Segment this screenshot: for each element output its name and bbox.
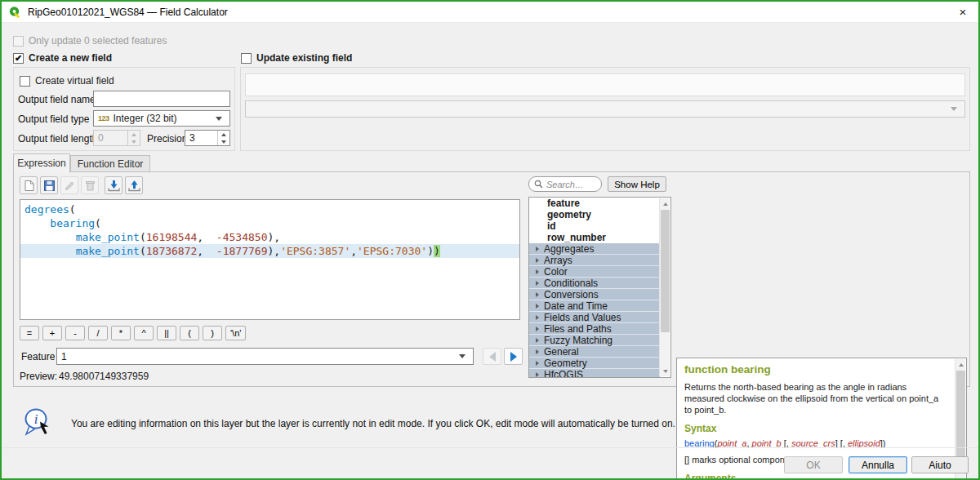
save-expression-button[interactable] [40, 176, 58, 194]
window-title: RipGeo01012021_WGS84 — Field Calculator [28, 7, 228, 18]
function-list-variable-geometry[interactable]: geometry [529, 209, 670, 220]
scroll-up-icon[interactable] [956, 359, 966, 370]
cancel-button[interactable]: Annulla [849, 456, 907, 473]
function-list-group-Conditionals[interactable]: Conditionals [529, 278, 660, 289]
operator-button-row: =+-/*^||()'\n' [20, 326, 246, 340]
stepper-up-icon[interactable] [218, 131, 229, 138]
cancel-label: Annulla [862, 460, 894, 471]
function-list-variable-feature[interactable]: feature [529, 198, 670, 209]
only-update-selected-checkbox: Only update 0 selected features [13, 35, 167, 47]
new-expression-button[interactable] [20, 176, 38, 194]
tab-expression[interactable]: Expression [13, 153, 70, 172]
expression-toolbar [20, 176, 143, 194]
scrollbar-thumb[interactable] [956, 371, 965, 469]
operator-button-=[interactable]: = [20, 326, 39, 340]
function-search[interactable] [528, 176, 602, 192]
group-label: Color [544, 266, 568, 278]
scroll-up-icon[interactable] [660, 198, 670, 209]
operator-button-)[interactable]: ) [203, 326, 222, 340]
function-list-group-Geometry[interactable]: Geometry [529, 358, 660, 369]
stepper-down-icon[interactable] [218, 138, 229, 145]
only-update-label: Only update 0 selected features [29, 35, 167, 47]
expression-editor[interactable]: degrees( bearing( make_point(16198544, -… [20, 199, 520, 320]
pencil-icon [64, 180, 76, 192]
show-help-label: Show Help [614, 180, 660, 189]
feature-next-button[interactable] [504, 348, 523, 365]
function-list-group-Aggregates[interactable]: Aggregates [529, 243, 660, 255]
function-list-group-Conversions[interactable]: Conversions [529, 289, 660, 300]
help-button[interactable]: Aiuto [911, 456, 969, 473]
function-list-variable-row_number[interactable]: row_number [529, 232, 670, 243]
expand-chevron-icon [536, 315, 539, 320]
group-label: Conversions [544, 289, 599, 300]
update-existing-field-checkbox[interactable]: Update existing field [241, 52, 352, 64]
scrollbar-thumb[interactable] [661, 210, 670, 332]
output-field-name-label: Output field name [18, 94, 96, 105]
expand-chevron-icon [536, 269, 539, 274]
operator-button-*[interactable]: * [111, 326, 131, 340]
function-list-variable-id[interactable]: id [529, 220, 670, 232]
feature-select[interactable]: 1 [56, 348, 474, 365]
output-field-type-select[interactable]: 123 Integer (32 bit) [93, 110, 230, 127]
tab-function-editor-label: Function Editor [78, 158, 144, 170]
precision-label: Precision [147, 133, 187, 144]
function-list-group-Fuzzy Matching[interactable]: Fuzzy Matching [529, 335, 660, 346]
expand-chevron-icon [536, 361, 539, 366]
output-field-name-input[interactable] [93, 91, 230, 107]
function-list-group-Files and Paths[interactable]: Files and Paths [529, 323, 660, 335]
operator-button-([interactable]: ( [180, 326, 199, 340]
function-list[interactable]: featuregeometryidrow_numberAggregatesArr… [528, 197, 671, 378]
function-list-group-Date and Time[interactable]: Date and Time [529, 300, 660, 312]
create-virtual-field-checkbox[interactable]: Create virtual field [20, 75, 114, 87]
existing-field-select [245, 100, 965, 118]
function-list-group-Color[interactable]: Color [529, 266, 660, 278]
tab-function-editor[interactable]: Function Editor [70, 155, 150, 171]
group-label: General [544, 346, 579, 358]
group-label: Fields and Values [544, 312, 621, 323]
ok-button[interactable]: OK [784, 456, 843, 473]
chevron-down-icon [212, 111, 225, 126]
operator-button-/[interactable]: / [88, 326, 108, 340]
search-icon [534, 180, 543, 189]
output-field-length-label: Output field length [18, 133, 97, 144]
close-button[interactable]: × [947, 2, 978, 23]
expand-chevron-icon [536, 338, 539, 343]
group-label: Aggregates [544, 243, 594, 255]
expand-chevron-icon [536, 247, 539, 251]
group-label: HfcQGIS [544, 369, 583, 379]
function-list-group-General[interactable]: General [529, 346, 660, 358]
expand-chevron-icon [536, 281, 539, 286]
operator-button-'\n'[interactable]: '\n' [225, 326, 246, 340]
function-list-group-HfcQGIS[interactable]: HfcQGIS [529, 369, 660, 378]
checkbox-check-icon: ✔ [13, 53, 24, 64]
help-label: Aiuto [929, 460, 951, 471]
export-arrow-up-icon [127, 180, 141, 192]
code-line: degrees( [20, 202, 519, 216]
update-existing-field-label: Update existing field [256, 52, 352, 64]
group-label: Fuzzy Matching [544, 335, 612, 346]
field-calculator-window: RipGeo01012021_WGS84 — Field Calculator … [0, 0, 980, 480]
operator-button--[interactable]: - [65, 326, 85, 340]
show-help-button[interactable]: Show Help [608, 176, 666, 192]
search-input[interactable] [546, 180, 594, 189]
stepper-arrows[interactable] [217, 131, 229, 145]
expand-chevron-icon [536, 327, 539, 331]
group-label: Geometry [544, 358, 587, 369]
expand-chevron-icon [536, 292, 539, 297]
output-field-type-label: Output field type [18, 113, 89, 125]
function-list-group-Arrays[interactable]: Arrays [529, 255, 660, 266]
export-expressions-button[interactable] [125, 176, 143, 194]
scroll-down-icon[interactable] [660, 366, 670, 376]
precision-stepper[interactable]: 3 [185, 130, 230, 146]
arguments-header: Arguments [684, 473, 947, 480]
operator-button-+[interactable]: + [42, 326, 62, 340]
function-list-scrollbar[interactable] [659, 198, 670, 376]
import-expressions-button[interactable] [105, 176, 122, 194]
create-new-field-label: Create a new field [29, 52, 112, 64]
operator-button-||[interactable]: || [157, 326, 176, 340]
create-new-field-checkbox[interactable]: ✔ Create a new field [13, 52, 112, 64]
preview-label: Preview: [20, 371, 57, 382]
operator-button-^[interactable]: ^ [134, 326, 154, 340]
code-line: bearing( [20, 216, 519, 230]
function-list-group-Fields and Values[interactable]: Fields and Values [529, 312, 660, 323]
